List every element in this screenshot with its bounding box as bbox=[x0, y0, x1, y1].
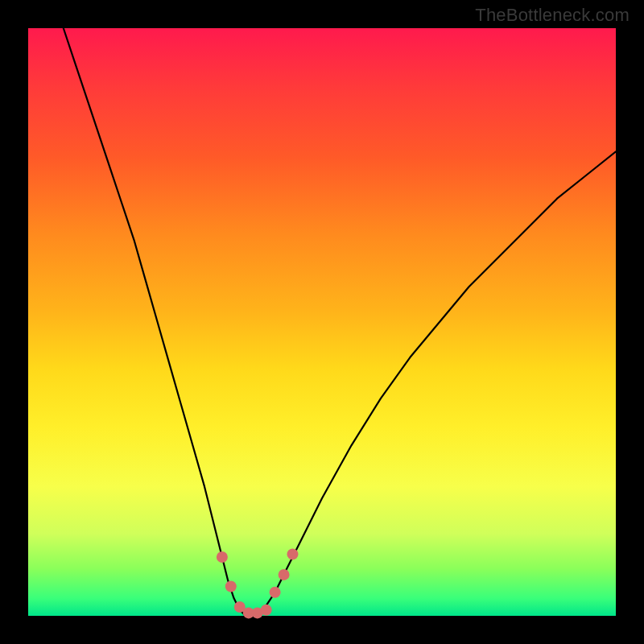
marker-dot bbox=[225, 581, 237, 592]
marker-dot bbox=[279, 569, 290, 580]
chart-frame: TheBottleneck.com bbox=[0, 0, 644, 644]
marker-dot bbox=[217, 551, 228, 563]
marker-group bbox=[217, 548, 299, 618]
marker-dot bbox=[287, 548, 299, 559]
curve-svg bbox=[28, 28, 616, 616]
marker-dot bbox=[270, 587, 281, 598]
plot-area bbox=[28, 28, 616, 616]
marker-dot bbox=[261, 605, 272, 616]
watermark-text: TheBottleneck.com bbox=[475, 5, 630, 26]
bottleneck-curve bbox=[64, 28, 616, 616]
